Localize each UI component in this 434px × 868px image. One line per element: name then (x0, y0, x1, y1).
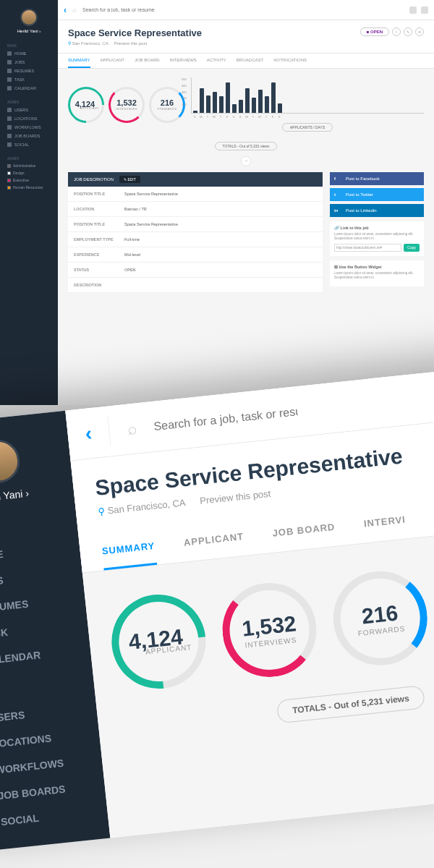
chart-bar (265, 96, 269, 113)
zoom-stat-interviews: 1,532 INTERVIEWS (218, 578, 321, 681)
action-btn-2[interactable]: ✎ (404, 27, 412, 36)
cb-executive[interactable]: Executive (0, 176, 58, 184)
tab-notifications[interactable]: NOTIFICATIONS (273, 54, 307, 68)
users-icon (7, 108, 12, 112)
nav-jobs[interactable]: JOBS (0, 58, 58, 67)
nav-admin-header: Admin (0, 98, 58, 106)
nav-resumes[interactable]: RESUMES (0, 67, 58, 75)
widget-box: ⊞ Use the Button Widget Lorem ipsum dolo… (330, 260, 424, 287)
zoom-tab-applicant[interactable]: APPLICANT (182, 519, 246, 561)
nav-home[interactable]: HOME (0, 49, 58, 58)
chart-bar (206, 95, 210, 113)
search-icon: ⌕ (72, 6, 77, 14)
table-header: JOB DESCRIOTION ✎ EDIT (68, 172, 323, 187)
edit-button[interactable]: ✎ EDIT (119, 176, 140, 183)
table-row: POSITION TITLESpace Service Representati… (68, 187, 323, 202)
link-box: 🔗 Link to this job Lorem ipsum dolor sit… (330, 221, 424, 256)
nav-users[interactable]: USERS (0, 106, 58, 114)
zoom-search-icon: ⌕ (126, 419, 137, 438)
nav-workflows[interactable]: WORKFLOWS (0, 123, 58, 132)
zoom-preview-link[interactable]: Preview this post (200, 488, 271, 506)
post-facebook-button[interactable]: fPost to Facebook (330, 172, 424, 185)
totals-badge: TOTALS - Out of 5,231 views (215, 142, 278, 150)
tab-interviews[interactable]: INTERVIEWS (170, 54, 197, 68)
search-input[interactable] (82, 7, 404, 12)
chart-bar (252, 98, 256, 113)
checkbox-icon (7, 171, 11, 175)
post-linkedin-button[interactable]: inPost to Linkedin (330, 204, 424, 217)
tab-jobboard[interactable]: JOB BOARD (135, 54, 160, 68)
status-badge: ■ OPEN (360, 27, 389, 36)
table-row: POSITION TITLESpace Service Representati… (68, 217, 323, 232)
nav-calendar[interactable]: CALENDAR (0, 84, 58, 93)
zoom-stat-forwards: 216 FORWARDS (328, 566, 432, 670)
jobs-icon (7, 60, 12, 64)
username: Herild Yani › (0, 29, 58, 33)
chart-bar (219, 96, 224, 113)
nav-locations[interactable]: LOCATIONS (0, 114, 58, 123)
tabs: SUMMARY APPLICANT JOB BOARD INTERVIEWS A… (58, 54, 434, 69)
calendar-icon (7, 86, 12, 90)
table-row: LOCATIONBatman / TR (68, 202, 323, 217)
user-profile[interactable]: Herild Yani › (0, 6, 58, 39)
copy-button[interactable]: Copy (404, 244, 420, 252)
social-column: fPost to Facebook tPost to Twitter inPos… (330, 172, 424, 293)
topbar-actions (409, 7, 428, 14)
home-icon (7, 51, 12, 56)
chart-bar (271, 82, 276, 113)
job-subtitle: ⚲ San Francisco, CA Preview this post (68, 41, 202, 46)
cb-design[interactable]: Design (0, 169, 58, 176)
zoom-avatar (0, 438, 22, 485)
user-icon[interactable] (409, 7, 417, 14)
chart-bar (193, 111, 197, 113)
tab-activity[interactable]: ACTIVITY (207, 54, 226, 68)
grid-icon[interactable] (421, 7, 428, 14)
chart-bar (245, 88, 250, 113)
workflows-icon (7, 125, 12, 129)
sidebar: Herild Yani › Main HOME JOBS RESUMES TAS… (0, 0, 58, 405)
detail-section: JOB DESCRIOTION ✎ EDIT POSITION TITLESpa… (68, 172, 424, 293)
cb-administrative[interactable]: Administrative (0, 162, 58, 169)
tab-broadcast[interactable]: BROADCAST (237, 54, 263, 68)
job-table: JOB DESCRIOTION ✎ EDIT POSITION TITLESpa… (68, 172, 323, 293)
twitter-icon: t (334, 192, 340, 197)
zoom-back-icon[interactable]: ‹ (84, 422, 93, 446)
zoom-search-input[interactable] (153, 405, 299, 433)
tab-applicant[interactable]: APPLICANT (101, 54, 124, 68)
nav-main-section: Main HOME JOBS RESUMES TASK CALENDAR (0, 39, 58, 95)
link-url-input[interactable] (334, 244, 401, 252)
zoom-tab-interviews[interactable]: INTERVI (362, 503, 408, 543)
chart-bar (239, 100, 243, 113)
post-twitter-button[interactable]: tPost to Twitter (330, 188, 424, 201)
zoom-tab-jobboard[interactable]: JOB BOARD (271, 510, 337, 553)
table-row: EMPLOYMENT TYPEFull-time (68, 232, 323, 247)
nav-jobboards[interactable]: JOB BOARDS (0, 132, 58, 140)
nav-social[interactable]: SOCIAL (0, 140, 58, 149)
chart-bar (213, 92, 217, 113)
checkbox-icon (7, 186, 11, 190)
stat-applicant: 4,124 APPLICANT (61, 79, 112, 130)
pin-icon: ⚲ (68, 41, 71, 46)
link-title: 🔗 Link to this job (334, 226, 420, 230)
table-row: DESCRIOTION (68, 278, 323, 293)
nav-cb-header: Admin (0, 155, 58, 162)
chart-bar (278, 103, 282, 113)
nav-main-header: Main (0, 42, 58, 49)
locations-icon (7, 116, 12, 121)
main-content: ‹ ⌕ Space Service Representative ⚲ San F… (58, 0, 434, 405)
back-icon[interactable]: ‹ (64, 5, 67, 15)
chart-bar (232, 104, 237, 113)
zoom-pin-icon: ⚲ (97, 506, 106, 517)
cb-hr[interactable]: Human Resources (0, 184, 58, 191)
chart-title: APPLICANTS / DAYS (282, 123, 333, 132)
chart-bar (258, 90, 263, 113)
action-btn-3[interactable]: ⊘ (415, 27, 424, 36)
zoom-tab-summary[interactable]: SUMMARY (100, 529, 157, 570)
nav-task[interactable]: TASK (0, 75, 58, 84)
tab-summary[interactable]: SUMMARY (68, 54, 90, 68)
preview-link[interactable]: Preview this post (114, 41, 147, 46)
nav-checkboxes-section: Admin Administrative Design Executive Hu… (0, 152, 58, 194)
expand-button[interactable]: ⌃ (241, 156, 251, 166)
social-icon (7, 142, 12, 147)
action-btn-1[interactable]: I (392, 27, 401, 36)
